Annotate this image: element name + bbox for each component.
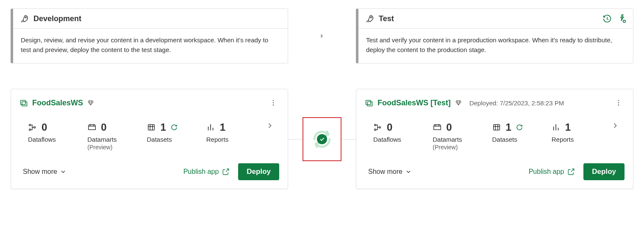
dataset-icon	[147, 123, 156, 132]
external-link-icon	[222, 168, 230, 176]
metric-label: Datamarts	[433, 136, 492, 143]
svg-rect-13	[367, 102, 372, 106]
stage-card-development: Development Design, review, and revise y…	[11, 8, 288, 63]
svg-point-14	[618, 100, 619, 101]
workspace-footer: Show more Publish app Deploy	[11, 151, 288, 182]
workspace-name[interactable]: FoodSalesWS	[32, 99, 83, 107]
show-more-button[interactable]: Show more	[368, 168, 412, 176]
diamond-icon	[455, 99, 462, 106]
metric-value: 0	[101, 121, 106, 133]
svg-point-16	[618, 104, 619, 106]
deploy-button[interactable]: Deploy	[238, 163, 279, 180]
publish-app-button[interactable]: Publish app	[183, 168, 230, 176]
sync-icon[interactable]	[310, 127, 334, 151]
workspace-icon	[365, 99, 373, 107]
metric-value: 0	[387, 121, 392, 133]
history-icon[interactable]	[602, 14, 612, 23]
dataflow-icon	[373, 123, 383, 132]
svg-point-7	[273, 104, 274, 106]
metric-sublabel: (Preview)	[87, 144, 147, 151]
svg-point-19	[379, 126, 381, 128]
svg-point-9	[29, 129, 31, 131]
workspace-row: FoodSalesWS	[0, 89, 644, 189]
svg-rect-4	[22, 102, 27, 106]
workspace-icon	[19, 99, 28, 107]
publish-app-label: Publish app	[183, 168, 219, 176]
stage-header: Development	[13, 9, 288, 29]
deploy-button[interactable]: Deploy	[583, 163, 625, 180]
svg-point-5	[273, 100, 274, 101]
workspace-header: FoodSalesWS [Test] Deployed: 7/25/2023, …	[356, 89, 633, 112]
diamond-icon	[87, 99, 94, 106]
metric-dataflows: 0 Dataflows	[373, 121, 433, 143]
show-more-label: Show more	[368, 168, 402, 176]
stage-header-row: Development Design, review, and revise y…	[0, 8, 644, 63]
svg-rect-11	[148, 125, 154, 130]
dataset-icon	[492, 123, 502, 132]
workspace-metrics: 0 Dataflows 0 Datamarts (Preview)	[356, 112, 633, 151]
chevron-right-icon	[318, 32, 326, 40]
metric-value: 1	[506, 121, 511, 133]
svg-point-0	[25, 17, 26, 18]
svg-rect-3	[21, 100, 26, 104]
workspace-header: FoodSalesWS	[11, 89, 288, 112]
svg-rect-20	[493, 125, 500, 130]
dataflow-icon	[28, 123, 37, 132]
show-more-button[interactable]: Show more	[23, 168, 67, 176]
metric-reports: 1 Reports	[206, 121, 266, 143]
workspace-name[interactable]: FoodSalesWS [Test]	[378, 99, 451, 107]
metric-label: Dataflows	[373, 136, 433, 143]
report-icon	[206, 123, 216, 132]
check-icon	[317, 134, 327, 144]
metric-datamarts: 0 Datamarts (Preview)	[433, 121, 492, 151]
stage-separator	[288, 32, 356, 40]
report-icon	[552, 123, 561, 132]
svg-point-8	[29, 124, 31, 126]
metric-reports: 1 Reports	[552, 121, 611, 143]
metric-dataflows: 0 Dataflows	[28, 121, 87, 143]
metric-value: 1	[161, 121, 166, 133]
svg-point-18	[375, 129, 376, 131]
show-more-label: Show more	[23, 168, 57, 176]
publish-app-button[interactable]: Publish app	[529, 168, 575, 176]
workspace-footer: Show more Publish app Deploy	[356, 151, 633, 182]
metric-value: 1	[220, 121, 225, 133]
more-options-button[interactable]	[267, 97, 279, 109]
metric-value: 0	[42, 121, 47, 133]
metric-label: Datasets	[492, 136, 552, 143]
metric-label: Reports	[552, 136, 611, 143]
chevron-down-icon	[405, 168, 412, 175]
workspace-metrics: 0 Dataflows 0 Datamarts (Preview)	[11, 112, 288, 151]
svg-rect-12	[366, 100, 371, 104]
svg-point-15	[618, 102, 619, 104]
metric-label: Dataflows	[28, 136, 87, 143]
rocket-icon	[365, 14, 375, 23]
publish-app-label: Publish app	[529, 168, 564, 176]
metric-label: Datamarts	[87, 136, 147, 143]
svg-point-1	[370, 17, 372, 18]
chevron-down-icon	[60, 168, 67, 175]
scroll-right-button[interactable]	[611, 121, 621, 130]
scroll-right-button[interactable]	[266, 121, 276, 130]
stage-description: Test and verify your content in a prepro…	[358, 29, 633, 63]
stage-header: Test	[358, 9, 633, 29]
svg-point-6	[273, 102, 274, 104]
stage-description: Design, review, and revise your content …	[13, 29, 288, 63]
refresh-icon[interactable]	[516, 124, 523, 131]
stage-header-actions	[602, 14, 626, 23]
deployed-timestamp: Deployed: 7/25/2023, 2:58:23 PM	[469, 99, 564, 107]
metric-value: 1	[565, 121, 571, 133]
metric-datasets: 1 Datasets	[492, 121, 552, 143]
settings-bolt-icon[interactable]	[617, 14, 626, 23]
refresh-icon[interactable]	[170, 124, 178, 131]
metric-label: Reports	[206, 136, 266, 143]
datamart-icon	[87, 123, 97, 132]
more-options-button[interactable]	[613, 97, 625, 109]
stage-title: Development	[33, 14, 81, 23]
compare-highlight-box	[303, 117, 341, 161]
metric-value: 0	[446, 121, 452, 133]
metric-datasets: 1 Datasets	[147, 121, 206, 143]
datamart-icon	[433, 123, 442, 132]
workspace-card-dev: FoodSalesWS	[11, 89, 288, 189]
svg-point-10	[34, 126, 36, 128]
